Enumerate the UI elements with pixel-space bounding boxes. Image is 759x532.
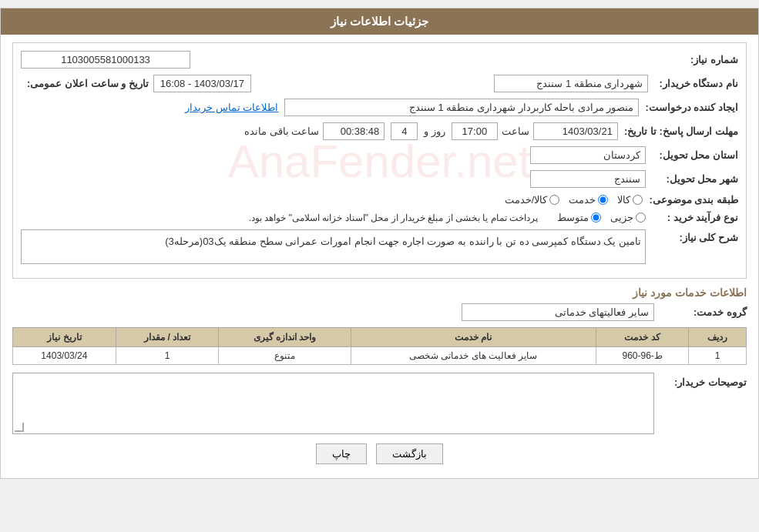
cell-name: سایر فعالیت های خدماتی شخصی (351, 347, 596, 365)
tosif-row: توصیحات خریدار: (12, 373, 747, 434)
sharh-label: شرح کلی نیاز: (646, 229, 738, 243)
noe-description: پرداخت تمام یا بخشی از مبلغ خریدار از مح… (249, 212, 538, 223)
print-button[interactable]: چاپ (316, 443, 367, 464)
noe-jozi-label: جزیی (610, 212, 633, 223)
services-table: ردیف کد خدمت نام خدمت واحد اندازه گیری ت… (12, 327, 747, 365)
tabaqe-kala-khedmat-radio[interactable] (549, 195, 559, 205)
buttons-row: بازگشت چاپ (12, 443, 747, 464)
page-title: جزئیات اطلاعات نیاز (331, 15, 428, 28)
col-code: کد خدمت (596, 328, 688, 347)
name-announce-row: نام دستگاه خریدار: شهرداری منطقه 1 سنندج… (21, 75, 738, 92)
name-darkhast-value: شهرداری منطقه 1 سنندج (494, 75, 648, 92)
shahr-value: سنندج (530, 170, 646, 188)
noe-jozi: جزیی (610, 212, 646, 223)
noe-row: نوع فرآیند خرید : جزیی متوسط پرداخت تمام… (21, 212, 738, 223)
noe-motavasset-label: متوسط (557, 212, 589, 223)
mohlat-label: مهلت ارسال پاسخ: تا تاریخ: (618, 125, 738, 137)
mohlat-row: مهلت ارسال پاسخ: تا تاریخ: 1403/03/21 سا… (21, 122, 738, 140)
tabaqe-row: طبقه بندی موضوعی: کالا خدمت کالا/خدمت (21, 194, 738, 206)
ijad-link[interactable]: اطلاعات تماس خریدار (185, 102, 278, 113)
col-vahed: واحد اندازه گیری (219, 328, 351, 347)
ostan-value: کردستان (530, 146, 646, 164)
tosif-box (12, 373, 654, 434)
sharh-value: تامین یک دستگاه کمپرسی ده تن با راننده ب… (21, 229, 646, 264)
grohe-label: گروه خدمت: (654, 306, 747, 318)
col-tedad: تعداد / مقدار (116, 328, 219, 347)
cell-tedad: 1 (116, 347, 219, 365)
ostan-label: استان محل تحویل: (646, 149, 738, 161)
tabaqe-label: طبقه بندی موضوعی: (643, 194, 738, 206)
grohe-row: گروه خدمت: سایر فعالیتهای خدماتی (12, 303, 747, 321)
tosif-container (12, 373, 654, 434)
sharh-row: شرح کلی نیاز: تامین یک دستگاه کمپرسی ده … (21, 229, 738, 264)
col-name: نام خدمت (351, 328, 596, 347)
shimara-row: شماره نیاز: 1103005581000133 (21, 51, 738, 69)
name-darkhast-label: نام دستگاه خریدار: (653, 78, 738, 89)
cell-radif: 1 (689, 347, 747, 365)
noe-motavasset: متوسط (557, 212, 601, 223)
tabaqe-khedmat-label: خدمت (569, 194, 596, 206)
mohlat-rooz: 4 (391, 122, 418, 140)
page-header: جزئیات اطلاعات نیاز (1, 8, 758, 35)
grohe-value: سایر فعالیتهای خدماتی (462, 303, 654, 321)
tabaqe-kala-khedmat-label: کالا/خدمت (505, 194, 548, 206)
mohlat-saat-label: ساعت (502, 125, 529, 137)
khadamat-section-title: اطلاعات خدمات مورد نیاز (12, 286, 747, 299)
tarikh-label: تاریخ و ساعت اعلان عمومی: (21, 78, 149, 89)
col-radif: ردیف (689, 328, 747, 347)
noe-label: نوع فرآیند خرید : (646, 212, 738, 223)
tarikh-value: 1403/03/17 - 16:08 (153, 75, 251, 92)
mohlat-date: 1403/03/21 (533, 122, 618, 140)
mohlat-baqi-value: 00:38:48 (323, 122, 385, 140)
tabaqe-khedmat-radio[interactable] (598, 195, 608, 205)
col-tarikh: تاریخ نیاز (13, 328, 116, 347)
services-table-section: ردیف کد خدمت نام خدمت واحد اندازه گیری ت… (12, 327, 747, 365)
table-row: 1 ط-96-960 سایر فعالیت های خدماتی شخصی م… (13, 347, 747, 365)
resize-handle (15, 423, 24, 432)
shimara-label: شماره نیاز: (669, 54, 738, 65)
shahr-label: شهر محل تحویل: (646, 173, 738, 185)
noe-jozi-radio[interactable] (636, 212, 646, 223)
tabaqe-kala-khedmat: کالا/خدمت (505, 194, 560, 206)
mohlat-baqi-label: ساعت باقی مانده (244, 125, 319, 137)
shahr-row: شهر محل تحویل: سنندج (21, 170, 738, 188)
ijad-value: منصور مرادی باحله کاربردار شهرداری منطقه… (284, 99, 639, 116)
ostan-row: استان محل تحویل: کردستان (21, 146, 738, 164)
tosif-label: توصیحات خریدار: (654, 373, 747, 388)
ijad-label: ایجاد کننده درخواست: (639, 102, 738, 113)
mohlat-saat: 17:00 (452, 122, 498, 140)
back-button[interactable]: بازگشت (376, 443, 443, 464)
tabaqe-options: کالا خدمت کالا/خدمت (505, 194, 643, 206)
tabaqe-kala-radio[interactable] (633, 195, 643, 205)
shimara-value: 1103005581000133 (21, 51, 190, 69)
cell-code: ط-96-960 (596, 347, 688, 365)
noe-options: جزیی متوسط (557, 212, 646, 223)
tabaqe-kala: کالا (617, 194, 643, 206)
cell-vahed: متنوع (219, 347, 351, 365)
noe-motavasset-radio[interactable] (591, 212, 601, 223)
tabaqe-khedmat: خدمت (569, 194, 608, 206)
cell-tarikh: 1403/03/24 (13, 347, 116, 365)
mohlat-rooz-label: روز و (424, 125, 445, 137)
tabaqe-kala-label: کالا (617, 194, 630, 206)
ijad-row: ایجاد کننده درخواست: منصور مرادی باحله ک… (21, 99, 738, 116)
